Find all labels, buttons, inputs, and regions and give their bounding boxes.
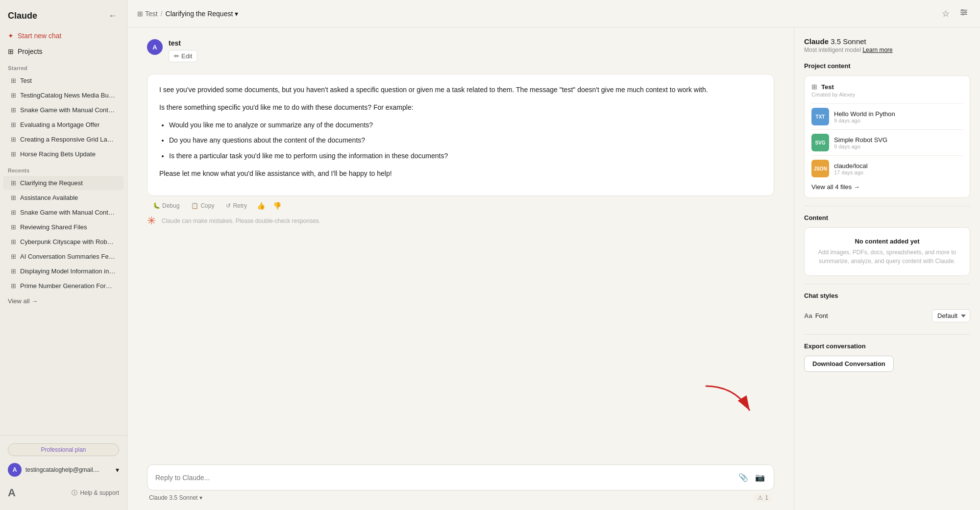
view-all-files-link[interactable]: View all 4 files → [811,183,963,191]
topbar-conversation-title: Clarifying the Request ▾ [166,10,239,18]
debug-button[interactable]: 🐛 Debug [149,200,183,211]
chat-input[interactable] [155,474,733,482]
chat-icon: ⊞ [11,136,16,143]
rp-no-content-card: No content added yet Add images, PDFs, d… [804,227,970,276]
disclaimer-text: Claude can make mistakes. Please double-… [162,214,320,228]
rp-project-name: Test [821,83,834,91]
sidebar-item-test[interactable]: ⊞ Test [3,73,124,88]
copy-icon: 📋 [191,202,198,209]
breadcrumb-separator: / [161,10,163,18]
topbar-project[interactable]: ⊞ Test [137,10,158,18]
model-selector-button[interactable]: Claude 3.5 Sonnet ▾ [149,494,202,501]
chat-input-box: 📎 📷 [147,464,774,490]
copy-label: Copy [200,202,214,209]
help-support-button[interactable]: ⓘ Help & support [64,485,127,501]
view-all-link[interactable]: View all → [0,293,127,309]
rp-content-title: Content [804,214,970,221]
recents-list: ⊞ Clarifying the Request ⊞ Assistance Av… [0,175,127,293]
sidebar-item-label: Test [20,77,32,84]
rp-model-desc: Most intelligent model Learn more [804,47,970,53]
sidebar-bottom: Professional plan A testingcataloghelp@g… [0,435,127,510]
sidebar-item-reviewing[interactable]: ⊞ Reviewing Shared Files [3,220,124,234]
sidebar-item-horse[interactable]: ⊞ Horse Racing Bets Update [3,147,124,161]
sidebar-item-label: Assistance Available [20,194,78,201]
svg-point-3 [962,9,963,11]
chat-icon: ⊞ [11,223,16,231]
message-para-2: Is there something specific you'd like m… [159,102,762,114]
sidebar-item-displaying[interactable]: ⊞ Displaying Model Information in Gen... [3,264,124,278]
copy-button[interactable]: 📋 Copy [187,200,218,211]
font-icon: Aa [804,312,812,319]
new-chat-button[interactable]: ✦ Start new chat [0,28,127,44]
sidebar-item-snake-recent[interactable]: ⊞ Snake Game with Manual Controls [3,205,124,219]
sidebar-item-label: Displaying Model Information in Gen... [20,267,116,275]
sidebar-item-clarifying[interactable]: ⊞ Clarifying the Request [3,176,124,190]
sidebar-item-assistance[interactable]: ⊞ Assistance Available [3,191,124,205]
topbar: ⊞ Test / Clarifying the Request ▾ ☆ [127,0,980,27]
attach-file-button[interactable]: 📎 [737,472,749,483]
projects-label: Projects [18,48,43,55]
thumbs-down-button[interactable]: 👎 [271,200,283,212]
assistant-message: I see you've provided some documents, bu… [147,74,774,230]
download-conversation-button[interactable]: Download Conversation [804,356,894,372]
file-name: Hello World in Python [834,110,895,118]
learn-more-link[interactable]: Learn more [862,47,892,53]
rp-export-title: Export conversation [804,342,970,350]
sidebar-item-mortgage[interactable]: ⊞ Evaluating a Mortgage Offer [3,118,124,132]
debug-icon: 🐛 [153,202,160,209]
user-account-button[interactable]: A testingcataloghelp@gmail.... ▾ [0,459,127,481]
recents-section-title: Recents [0,162,127,175]
sidebar-item-label: Evaluating a Mortgage Offer [20,121,99,128]
rp-project-card: ⊞ Test Created by Alexey TXT Hello World… [804,75,970,198]
sidebar-item-prime[interactable]: ⊞ Prime Number Generation Formula [3,279,124,293]
sidebar-item-snake-starred[interactable]: ⊞ Snake Game with Manual Controls [3,103,124,117]
chat-icon: ⊞ [11,150,16,158]
file-age: 17 days ago [834,170,868,175]
file-age: 9 days ago [834,144,887,149]
user-message-content: test ✏ Edit [169,39,197,62]
no-content-desc: Add images, PDFs, docs, spreadsheets, an… [814,248,960,266]
sidebar-item-grid[interactable]: ⊞ Creating a Responsive Grid Layout [3,132,124,146]
rp-chat-styles: Chat styles Aa Font Default Serif Mono [804,292,970,326]
sidebar-item-ai-summaries[interactable]: ⊞ AI Conversation Summaries Feature [3,249,124,264]
collapse-sidebar-button[interactable]: ← [106,9,119,23]
sidebar-bottom-row: A ⓘ Help & support [0,481,127,505]
file-icon-json: JSON [811,160,829,177]
breadcrumb: ⊞ Test / Clarifying the Request ▾ [137,10,238,18]
chat-icon: ⊞ [11,121,16,128]
star-button[interactable]: ☆ [940,6,952,21]
model-label: Claude 3.5 Sonnet [149,494,197,501]
file-name: claude/local [834,162,868,170]
message-actions-left: 🐛 Debug 📋 Copy ↺ Retry 👍 [149,200,283,212]
warning-badge: ⚠ 1 [754,493,772,502]
new-chat-label: Start new chat [18,32,62,40]
rp-project-creator: Created by Alexey [811,92,963,97]
chat-icon: ⊞ [11,253,16,260]
sidebar-item-cyberpunk[interactable]: ⊞ Cyberpunk Cityscape with Robotic Fi... [3,235,124,249]
camera-button[interactable]: 📷 [754,472,766,483]
file-info: Simple Robot SVG 9 days ago [834,136,887,149]
file-item-1: TXT Hello World in Python 9 days ago [811,103,963,129]
rp-project-content-title: Project content [804,62,970,70]
sidebar-item-testingcatalog[interactable]: ⊞ TestingCatalog News Media Business [3,88,124,102]
thumbs-up-button[interactable]: 👍 [255,200,267,212]
retry-button[interactable]: ↺ Retry [222,200,251,211]
settings-button[interactable] [957,6,970,21]
sidebar-item-label: Cyberpunk Cityscape with Robotic Fi... [20,238,116,245]
edit-message-button[interactable]: ✏ Edit [169,50,197,62]
file-icon-txt: TXT [811,108,829,125]
sidebar-item-label: Reviewing Shared Files [20,223,87,231]
projects-button[interactable]: ⊞ Projects [0,44,127,59]
app-logo: Claude [8,11,37,21]
sidebar-item-label: Snake Game with Manual Controls [20,209,116,216]
file-icon-svg: SVG [811,134,829,151]
sidebar-item-label: Clarifying the Request [20,179,83,187]
warning-count: 1 [765,494,768,501]
chat-icon: ⊞ [11,209,16,216]
no-content-title: No content added yet [814,238,960,245]
message-bullets: Would you like me to analyze or summariz… [169,120,762,162]
retry-icon: ↺ [226,202,231,209]
chat-icon: ⊞ [11,92,16,99]
font-selector[interactable]: Default Serif Mono [932,309,970,322]
divider-2 [804,284,970,284]
